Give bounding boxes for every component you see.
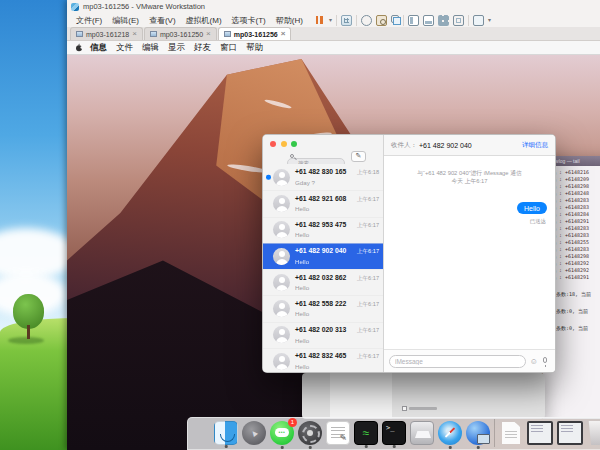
background-dialog-window[interactable] xyxy=(302,373,545,419)
activity-monitor-icon[interactable] xyxy=(354,421,378,445)
emoji-picker-icon[interactable]: ☺ xyxy=(530,357,538,366)
send-ctrl-alt-del-icon[interactable] xyxy=(341,15,352,26)
trash-icon[interactable] xyxy=(587,421,600,445)
tab-close-icon[interactable]: × xyxy=(206,30,211,38)
minimize-window-button[interactable] xyxy=(281,141,287,147)
vm-tab-mp03-161250[interactable]: mp03-161250× xyxy=(144,27,217,40)
conversation-number: +61 482 832 465 xyxy=(295,352,346,359)
manage-snapshots-icon[interactable] xyxy=(391,15,399,23)
conversation-info: +61 482 830 165上午6:18Gday ? xyxy=(295,168,379,186)
conversation-preview: Gday ? xyxy=(295,179,379,186)
conversation-row[interactable]: +61 482 832 465上午6:17Hello xyxy=(263,348,383,372)
conversation-preview: Hello xyxy=(295,205,379,212)
vm-tab-mp03-161218[interactable]: mp03-161218× xyxy=(70,27,143,40)
vmware-menu-0[interactable]: 文件(F) xyxy=(71,15,107,26)
tab-close-icon[interactable]: × xyxy=(281,30,286,38)
conversation-time: 上午6:18 xyxy=(357,169,379,177)
to-value: +61 482 902 040 xyxy=(419,142,472,149)
vm-tab-label: mp03-161256 xyxy=(234,31,278,38)
take-snapshot-icon[interactable] xyxy=(376,15,387,26)
conversation-number: +61 482 558 222 xyxy=(295,300,346,307)
avatar xyxy=(273,353,290,370)
apple-logo-icon[interactable] xyxy=(75,43,83,52)
vmware-menu-4[interactable]: 选项卡(T) xyxy=(227,15,271,26)
conversation-number: +61 482 921 608 xyxy=(295,195,346,202)
window-controls xyxy=(270,141,297,147)
messages-icon[interactable]: 1 xyxy=(270,421,294,445)
compose-pencil-icon: ✎ xyxy=(356,152,362,160)
chat-intro-line2: 今天 上午6:17 xyxy=(384,177,555,185)
revert-snapshot-icon[interactable] xyxy=(361,15,372,26)
finder-icon[interactable] xyxy=(214,421,238,445)
minimized-window-icon[interactable] xyxy=(557,421,583,445)
avatar xyxy=(273,195,290,212)
launchpad-icon[interactable] xyxy=(242,421,266,445)
avatar xyxy=(273,300,290,317)
macos-menu-4[interactable]: 好友 xyxy=(194,42,211,54)
pause-icon[interactable] xyxy=(314,15,325,26)
checkbox-label xyxy=(409,407,437,410)
zoom-window-button[interactable] xyxy=(291,141,297,147)
show-library-icon[interactable] xyxy=(408,15,419,26)
macos-menu-0[interactable]: 信息 xyxy=(90,42,107,54)
conversation-row[interactable]: +61 482 953 475上午6:17Hello xyxy=(263,217,383,243)
vmware-menu-2[interactable]: 查看(V) xyxy=(144,15,181,26)
message-input[interactable] xyxy=(389,355,526,368)
microphone-icon[interactable] xyxy=(543,357,547,363)
running-indicator xyxy=(225,445,228,448)
remote-desktop-icon[interactable] xyxy=(466,421,490,445)
vmware-workstation-window: mp03-161256 - VMware Workstation 文件(F)编辑… xyxy=(67,0,600,450)
close-window-button[interactable] xyxy=(270,141,276,147)
dialog-side-panel xyxy=(330,373,392,419)
search-field xyxy=(287,151,345,161)
details-link[interactable]: 详细信息 xyxy=(522,141,548,150)
vmware-titlebar[interactable]: mp03-161256 - VMware Workstation xyxy=(67,0,600,13)
conversation-number: +61 482 902 040 xyxy=(295,247,346,254)
macos-menu-1[interactable]: 文件 xyxy=(116,42,133,54)
conversation-row[interactable]: +61 482 921 608上午6:17Hello xyxy=(263,190,383,216)
textedit-icon[interactable] xyxy=(326,421,350,445)
document-icon[interactable] xyxy=(499,421,523,445)
checkbox-icon[interactable] xyxy=(402,406,407,411)
conversation-info: +61 482 832 465上午6:17Hello xyxy=(295,352,379,370)
tab-close-icon[interactable]: × xyxy=(132,30,137,38)
terminal-icon[interactable] xyxy=(382,421,406,445)
macos-menu-3[interactable]: 显示 xyxy=(168,42,185,54)
conversation-row[interactable]: +61 482 020 313上午6:17Hello xyxy=(263,322,383,348)
full-screen-icon[interactable] xyxy=(453,15,464,26)
system-preferences-icon[interactable] xyxy=(298,421,322,445)
tree-shadow xyxy=(8,337,44,344)
vmware-menu-5[interactable]: 帮助(H) xyxy=(271,15,308,26)
compose-button[interactable]: ✎ xyxy=(351,151,366,162)
conversation-time: 上午6:17 xyxy=(357,222,379,230)
unity-mode-icon[interactable] xyxy=(438,15,449,26)
dropdown-caret-icon[interactable]: ▾ xyxy=(329,17,332,23)
dropdown-caret-icon[interactable]: ▾ xyxy=(488,17,491,23)
macos-menu-items: 信息文件编辑显示好友窗口帮助 xyxy=(90,42,272,54)
macos-menu-6[interactable]: 帮助 xyxy=(246,42,263,54)
vm-guest-display[interactable]: 信息文件编辑显示好友窗口帮助 showlog — tail 号码 : +6148… xyxy=(67,41,600,450)
vmware-menubar: 文件(F)编辑(E)查看(V)虚拟机(M)选项卡(T)帮助(H) ▾▾ xyxy=(67,13,600,27)
minimized-window-icon[interactable] xyxy=(527,421,553,445)
conversation-row[interactable]: +61 482 032 862上午6:17Hello xyxy=(263,269,383,295)
conversation-top: +61 482 558 222上午6:17 xyxy=(295,300,379,309)
installer-icon[interactable] xyxy=(410,421,434,445)
safari-icon[interactable] xyxy=(438,421,462,445)
conversation-top: +61 482 953 475上午6:17 xyxy=(295,221,379,230)
conversation-info: +61 482 921 608上午6:17Hello xyxy=(295,195,379,213)
conversation-row[interactable]: +61 482 558 222上午6:17Hello xyxy=(263,295,383,321)
conversation-row[interactable]: +61 482 902 040上午6:17Hello xyxy=(263,243,383,269)
macos-menu-5[interactable]: 窗口 xyxy=(220,42,237,54)
notification-badge: 1 xyxy=(288,418,297,427)
dialog-checkbox[interactable] xyxy=(402,406,437,411)
expand-guest-icon[interactable] xyxy=(473,15,484,26)
conversation-row[interactable]: +61 482 830 165上午6:18Gday ? xyxy=(263,164,383,190)
vmware-menu-3[interactable]: 虚拟机(M) xyxy=(181,15,227,26)
vmware-menus: 文件(F)编辑(E)查看(V)虚拟机(M)选项卡(T)帮助(H) xyxy=(71,15,308,26)
conversation-info: +61 482 020 313上午6:17Hello xyxy=(295,326,379,344)
vmware-toolbar: ▾▾ xyxy=(314,15,491,26)
show-thumbnail-bar-icon[interactable] xyxy=(423,15,434,26)
macos-menu-2[interactable]: 编辑 xyxy=(142,42,159,54)
vmware-menu-1[interactable]: 编辑(E) xyxy=(107,15,144,26)
vm-tab-mp03-161256[interactable]: mp03-161256× xyxy=(218,27,292,40)
